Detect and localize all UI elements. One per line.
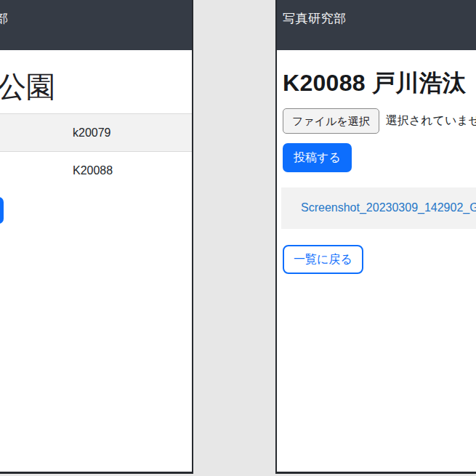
file-status-text: 選択されていません	[386, 113, 476, 129]
left-page-title: 公園	[0, 71, 192, 102]
left-cropped-blue-button[interactable]	[0, 197, 4, 224]
uploaded-file-link[interactable]: Screenshot_20230309_142902_Ga	[301, 201, 476, 214]
list-item[interactable]: K20088	[0, 151, 192, 189]
uploaded-file-row: Screenshot_20230309_142902_Ga	[281, 187, 476, 229]
choose-file-button[interactable]: ファイルを選択	[283, 108, 379, 134]
left-navbar: 部	[0, 0, 192, 50]
file-input-control: ファイルを選択 選択されていません	[283, 108, 476, 134]
left-navbar-brand[interactable]: 部	[0, 12, 9, 26]
submit-button[interactable]: 投稿する	[283, 143, 352, 172]
right-navbar: 写真研究部	[277, 0, 476, 50]
list-item[interactable]: k20079	[0, 113, 192, 151]
right-screenshot-panel: 写真研究部 K20088 戸川浩汰 ファイルを選択 選択されていません 投稿する…	[275, 0, 476, 474]
right-content: K20088 戸川浩汰 ファイルを選択 選択されていません 投稿する Scree…	[277, 71, 476, 274]
page-title: K20088 戸川浩汰	[283, 71, 476, 96]
back-to-list-button[interactable]: 一覧に戻る	[283, 245, 363, 274]
right-navbar-brand[interactable]: 写真研究部	[283, 12, 347, 26]
student-id-list: k20079 K20088	[0, 113, 192, 189]
left-screenshot-panel: 部 公園 k20079 K20088	[0, 0, 193, 474]
